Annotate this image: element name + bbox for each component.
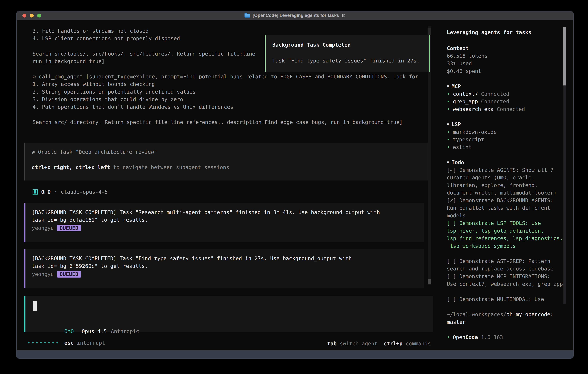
scrollback-line: Search src/tools/, src/hooks/, src/featu…	[32, 51, 255, 57]
app-name-code: Code	[465, 334, 478, 340]
chevron-down-icon: ▼	[447, 84, 449, 89]
input-provider-name: Anthropic	[111, 328, 139, 334]
tab-key-hint: tab	[327, 341, 337, 346]
task-message-line: task_id="bg_dcfac161" to get results.	[32, 217, 148, 223]
lsp-item-name: eslint	[453, 144, 472, 150]
mcp-section-header[interactable]: ▼MCP	[447, 83, 461, 89]
mcp-item-status: Connected	[481, 91, 509, 97]
tool-call-item: 3. Division operations that could divide…	[32, 96, 183, 102]
task-message-line: [BACKGROUND TASK COMPLETED] Task "Find t…	[32, 255, 352, 261]
agent-header: OmO · claude-opus-4-5	[32, 189, 108, 195]
tool-call-line: ⚙ call_omo_agent [subagent_type=explore,…	[32, 74, 418, 80]
agent-model: claude-opus-4-5	[61, 189, 108, 195]
background-task-message: [BACKGROUND TASK COMPLETED] Task "Resear…	[24, 203, 424, 242]
app-window: [OpenCode] Leveraging agents for tasks 3…	[16, 11, 574, 359]
tool-call-item: 4. Path operations that don't handle Win…	[32, 104, 233, 110]
session-title: Leveraging agents for tasks	[447, 29, 531, 35]
context-heading: Context	[447, 45, 469, 51]
task-meta-row: yeongyu QUEUED	[32, 225, 81, 231]
chat-scrollbar-thumb-top[interactable]	[428, 28, 431, 35]
todo-line-done: curated agents (OmO, oracle,	[447, 175, 535, 180]
context-used: 33% used	[447, 61, 472, 66]
scrollback-line: run_in_background=true]	[32, 58, 105, 64]
oracle-task-title: Oracle Task "Deep architecture review"	[38, 149, 157, 155]
context-spent: $0.46 spent	[447, 68, 481, 74]
workspace-path: ~/local-workspaces/oh-my-opencode:	[447, 311, 553, 317]
todo-line-done: librarian, explore, frontend,	[447, 182, 538, 188]
half-circle-icon	[342, 14, 345, 17]
todo-heading: Todo	[452, 159, 464, 165]
lsp-item: •eslint	[447, 144, 472, 150]
todo-line-done: [✓] Demonstrate AGENTS: Show all 7	[447, 167, 553, 173]
workspace-path-prefix: ~/local-workspaces/	[447, 311, 506, 317]
status-bar-right: tab switch agent ctrl+p commands	[327, 341, 431, 346]
tool-call-item: 2. String operations on potentially unde…	[32, 89, 196, 95]
bullet-icon: •	[447, 98, 450, 104]
app-name-open: Open	[453, 334, 465, 340]
todo-line-active: lsp_workspace_symbols	[447, 243, 516, 249]
task-message-line: task_id="bg_6f59260c" to get results.	[32, 263, 148, 269]
todo-line-active: [ ] Demonstrate LSP TOOLS: Use	[447, 220, 541, 226]
separator-dot: ·	[54, 189, 57, 195]
scrollback-line: 3. File handles or streams not closed	[32, 28, 149, 34]
toast-notification: Background Task Completed Task "Find typ…	[265, 35, 430, 72]
oracle-task-title-row: ◉ Oracle Task "Deep architecture review"	[32, 149, 157, 155]
todo-line-done: models	[447, 213, 466, 218]
text-cursor	[33, 301, 37, 311]
chevron-down-icon: ▼	[447, 122, 449, 127]
mcp-item-status: Connected	[497, 106, 525, 112]
username: yeongyu	[32, 225, 54, 231]
window-title: [OpenCode] Leveraging agents for tasks	[253, 13, 339, 18]
input-agent-name: OmO	[64, 328, 74, 334]
gear-icon: ⚙	[32, 74, 36, 80]
bullet-icon: •	[447, 144, 450, 150]
todo-line-pending: Use context7, websearch_exa, grep_app	[447, 281, 563, 287]
todo-line-pending: [ ] Demonstrate MCP INTEGRATIONS:	[447, 273, 550, 279]
todo-line-pending: [ ] Demonstrate MULTIMODAL: Use	[447, 296, 544, 302]
status-badge: QUEUED	[57, 225, 81, 231]
git-branch: master	[447, 319, 466, 325]
shortcut-hint: to navigate between subagent sessions	[110, 164, 229, 170]
todo-section-header[interactable]: ▼Todo	[447, 159, 464, 165]
status-badge: QUEUED	[57, 271, 81, 278]
notification-body: Task "Find type safety issues" finished …	[272, 58, 420, 64]
bullet-icon: •	[447, 136, 450, 143]
input-model-name: Opus 4.5	[82, 328, 107, 334]
tool-call-item: 1. Array access without bounds checking	[32, 81, 155, 87]
mcp-item-name: websearch_exa	[453, 106, 494, 112]
context-tokens: 66,518 tokens	[447, 53, 488, 59]
username: yeongyu	[32, 271, 54, 277]
prompt-input[interactable]: OmOOpus 4.5Anthropic	[24, 296, 433, 332]
mcp-item-status: Connected	[481, 98, 509, 104]
tool-call-text: call_omo_agent [subagent_type=explore, p…	[39, 74, 418, 80]
sidebar-scrollbar-thumb[interactable]	[563, 27, 566, 85]
lsp-section-header[interactable]: ▼LSP	[447, 121, 461, 127]
chevron-down-icon: ▼	[447, 160, 449, 165]
sidebar-scrollbar-track[interactable]	[563, 85, 566, 304]
todo-line-active: lsp_hover, lsp_goto_definition,	[447, 228, 544, 234]
mcp-heading: MCP	[452, 83, 461, 89]
interrupt-label: interrupt	[77, 340, 105, 346]
app-version-row: •OpenCode 1.0.163	[447, 334, 503, 340]
record-icon: ◉	[32, 149, 35, 155]
lsp-item: •typescript	[447, 136, 484, 143]
esc-key-label	[74, 340, 77, 346]
todo-line-active: lsp_find_references, lsp_diagnostics,	[447, 235, 563, 241]
bullet-icon: •	[447, 106, 450, 112]
titlebar: [OpenCode] Leveraging agents for tasks	[17, 11, 573, 20]
todo-line-done: [✓] Demonstrate BACKGROUND AGENTS:	[447, 197, 553, 203]
mcp-item: •websearch_exa Connected	[447, 106, 525, 112]
workspace-repo-name: oh-my-opencode:	[506, 311, 553, 317]
app-version-number: 1.0.163	[481, 334, 503, 340]
task-message-line: [BACKGROUND TASK COMPLETED] Task "Resear…	[32, 209, 380, 215]
chat-scrollbar-thumb[interactable]	[428, 279, 431, 284]
scrollback-line: 4. LSP client connections not properly d…	[32, 35, 180, 41]
spinner-dots-icon: ••••••••	[28, 340, 60, 345]
model-row: OmOOpus 4.5Anthropic	[33, 322, 139, 340]
mcp-item: •context7 Connected	[447, 91, 509, 97]
subagent-nav-hint: ctrl+x right, ctrl+x left to navigate be…	[32, 164, 229, 170]
agent-square-icon	[32, 189, 38, 195]
background-task-message: [BACKGROUND TASK COMPLETED] Task "Find t…	[24, 249, 424, 288]
window-bottom-bar	[17, 350, 573, 358]
commands-label: commands	[406, 341, 431, 346]
